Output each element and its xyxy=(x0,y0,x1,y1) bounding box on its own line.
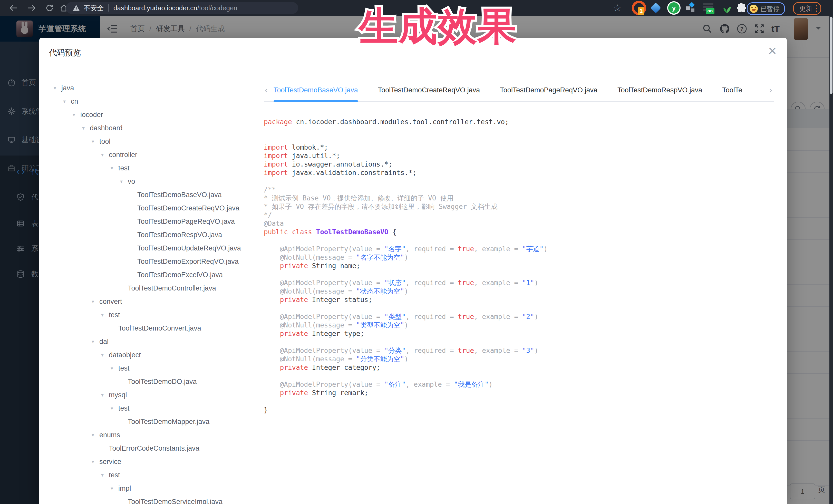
tree-node-file[interactable]: ToolTestDemoUpdateReqVO.java xyxy=(54,241,259,255)
url-divider xyxy=(108,4,109,11)
tree-expand-caret-icon[interactable]: ▾ xyxy=(101,312,109,318)
tree-expand-caret-icon[interactable]: ▾ xyxy=(101,352,109,358)
tree-node-dir[interactable]: ▾dal xyxy=(54,335,259,348)
tree-expand-caret-icon[interactable]: ▾ xyxy=(92,338,99,345)
tree-expand-caret-icon[interactable]: ▾ xyxy=(101,472,109,478)
code-line: import java.util.*; xyxy=(264,152,787,160)
extension-orange-icon[interactable]: 1 xyxy=(632,0,646,16)
tab-3[interactable]: ToolTestDemoRespVO.java xyxy=(617,79,702,101)
tabs-scroll-left-icon[interactable]: ‹ xyxy=(264,79,268,101)
browser-reload-icon[interactable] xyxy=(43,0,56,16)
tree-node-dir[interactable]: ▾convert xyxy=(54,295,259,308)
tree-node-dir[interactable]: ▾test xyxy=(54,402,259,415)
tab-0[interactable]: ToolTestDemoBaseVO.java xyxy=(273,79,358,101)
tree-node-file[interactable]: ToolTestDemoServiceImpl.java xyxy=(54,495,259,504)
tree-expand-caret-icon[interactable]: ▾ xyxy=(54,85,61,91)
on-badge: on xyxy=(706,8,714,15)
extension-grid-icon[interactable] xyxy=(686,0,696,16)
tree-node-file[interactable]: ToolTestDemoDO.java xyxy=(54,375,259,388)
scrollbar-thumb[interactable] xyxy=(830,17,832,94)
tree-node-dir[interactable]: ▾test xyxy=(54,162,259,175)
browser-forward-icon[interactable] xyxy=(25,0,38,16)
chrome-menu-icon[interactable] xyxy=(816,5,817,12)
tree-node-file[interactable]: ToolTestDemoExportReqVO.java xyxy=(54,255,259,268)
close-icon[interactable]: × xyxy=(767,45,777,56)
tree-node-dir[interactable]: ▾impl xyxy=(54,482,259,495)
code-line: private Integer category; xyxy=(264,363,787,372)
code-line xyxy=(264,135,787,143)
tree-expand-caret-icon[interactable]: ▾ xyxy=(92,138,99,144)
code-line: @Data xyxy=(264,219,787,228)
code-line: /** xyxy=(264,186,787,194)
tree-node-dir[interactable]: ▾iocoder xyxy=(54,108,259,121)
code-line xyxy=(264,126,787,135)
code-line: @ApiModelProperty(value = "备注", example … xyxy=(264,380,787,389)
code-line: */ xyxy=(264,211,787,219)
tab-2[interactable]: ToolTestDemoPageReqVO.java xyxy=(500,79,597,101)
extension-tampermonkey-icon[interactable]: on xyxy=(703,0,714,16)
paused-extension-pill[interactable]: 已暂停 xyxy=(747,2,785,15)
code-line xyxy=(264,397,787,406)
tree-node-file[interactable]: ToolTestDemoConvert.java xyxy=(54,321,259,335)
tree-node-file[interactable]: ToolTestDemoRespVO.java xyxy=(54,228,259,241)
code-line: import javax.validation.constraints.*; xyxy=(264,169,787,177)
tree-node-dir[interactable]: ▾test xyxy=(54,308,259,321)
code-view: package cn.iocoder.dashboard.modules.too… xyxy=(264,118,787,414)
extension-sprout-icon[interactable] xyxy=(722,0,732,16)
tree-expand-caret-icon[interactable]: ▾ xyxy=(73,112,80,118)
code-line: } xyxy=(264,406,787,414)
tree-node-file[interactable]: ToolTestDemoController.java xyxy=(54,282,259,295)
tree-node-dir[interactable]: ▾controller xyxy=(54,148,259,162)
code-line: * 如果子 VO 存在差异的字段，请不要添加到这里，影响 Swagger 文档生… xyxy=(264,202,787,211)
tree-node-file[interactable]: ToolTestDemoBaseVO.java xyxy=(54,188,259,201)
tab-4[interactable]: ToolTe xyxy=(722,79,742,101)
tree-expand-caret-icon[interactable]: ▾ xyxy=(92,298,99,305)
tab-1[interactable]: ToolTestDemoCreateReqVO.java xyxy=(378,79,480,101)
tree-expand-caret-icon[interactable]: ▾ xyxy=(92,459,99,465)
tree-expand-caret-icon[interactable]: ▾ xyxy=(101,152,109,158)
browser-update-button[interactable]: 更新 xyxy=(793,2,821,15)
code-line: package cn.iocoder.dashboard.modules.too… xyxy=(264,118,787,126)
tree-node-dir[interactable]: ▾mysql xyxy=(54,388,259,402)
tree-node-dir[interactable]: ▾enums xyxy=(54,428,259,442)
tabs-scroll-right-icon[interactable]: › xyxy=(769,79,772,101)
tree-expand-caret-icon[interactable]: ▾ xyxy=(82,125,90,131)
tree-node-dir[interactable]: ▾test xyxy=(54,362,259,375)
code-line: private Integer type; xyxy=(264,330,787,338)
code-line: @NotNull(message = "名字不能为空") xyxy=(264,253,787,262)
code-line: @ApiModelProperty(value = "名字", required… xyxy=(264,245,787,253)
tree-node-file[interactable]: ToolTestDemoCreateReqVO.java xyxy=(54,201,259,215)
extension-green-icon[interactable]: y xyxy=(667,0,681,16)
address-bar[interactable]: 不安全 dashboard.yudao.iocoder.cn/tool/code… xyxy=(66,2,298,14)
tree-node-file[interactable]: ToolErrorCodeConstants.java xyxy=(54,442,259,455)
tree-node-dir[interactable]: ▾service xyxy=(54,455,259,468)
tree-node-dir[interactable]: ▾tool xyxy=(54,135,259,148)
extension-puzzle-icon[interactable] xyxy=(736,0,747,16)
not-secure-warning-icon[interactable] xyxy=(72,4,80,12)
tree-expand-caret-icon[interactable]: ▾ xyxy=(111,405,118,411)
tree-expand-caret-icon[interactable]: ▾ xyxy=(111,165,118,171)
tree-node-dir[interactable]: ▾dataobject xyxy=(54,348,259,362)
tree-expand-caret-icon[interactable]: ▾ xyxy=(92,432,99,438)
tree-expand-caret-icon[interactable]: ▾ xyxy=(120,178,128,185)
tree-node-dir[interactable]: ▾java xyxy=(54,81,259,95)
tree-node-dir[interactable]: ▾dashboard xyxy=(54,121,259,135)
bookmark-star-icon[interactable]: ☆ xyxy=(611,0,624,16)
browser-scrollbar[interactable] xyxy=(829,16,833,504)
code-panel: ‹ › ToolTestDemoBaseVO.javaToolTestDemoC… xyxy=(259,79,787,504)
tree-expand-caret-icon[interactable]: ▾ xyxy=(111,365,118,371)
browser-back-icon[interactable] xyxy=(7,0,20,16)
tree-expand-caret-icon[interactable]: ▾ xyxy=(111,485,118,491)
tree-expand-caret-icon[interactable]: ▾ xyxy=(63,98,71,104)
security-label: 不安全 xyxy=(84,4,104,13)
tree-node-dir[interactable]: ▾test xyxy=(54,468,259,482)
tree-node-file[interactable]: ToolTestDemoExcelVO.java xyxy=(54,268,259,282)
tree-node-file[interactable]: ToolTestDemoMapper.java xyxy=(54,415,259,428)
tree-expand-caret-icon[interactable]: ▾ xyxy=(101,392,109,398)
tree-node-dir[interactable]: ▾vo xyxy=(54,175,259,188)
extension-gem-icon[interactable] xyxy=(652,0,660,16)
code-line: private String remark; xyxy=(264,389,787,397)
tree-node-file[interactable]: ToolTestDemoPageReqVO.java xyxy=(54,215,259,228)
tree-node-dir[interactable]: ▾cn xyxy=(54,95,259,108)
code-line: @ApiModelProperty(value = "分类", required… xyxy=(264,346,787,355)
